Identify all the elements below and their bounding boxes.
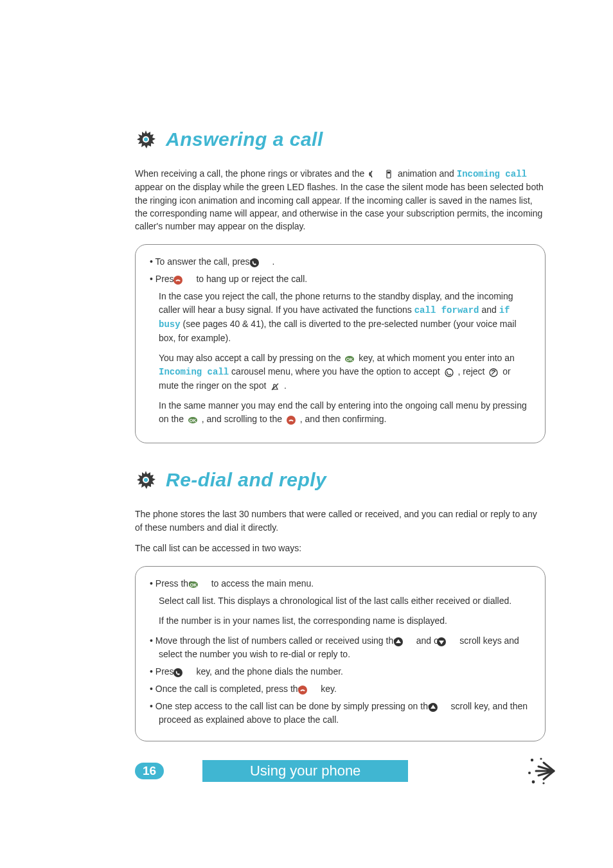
instruction-box-1: To answer the call, press . Press to han…: [135, 244, 546, 443]
svg-point-24: [531, 759, 533, 761]
intro-paragraph-1: When receiving a call, the phone rings o…: [135, 167, 546, 233]
text: key, and the phone dials the number.: [196, 666, 343, 677]
code-incoming-call-2: Incoming call: [159, 367, 229, 377]
text: .: [284, 380, 287, 391]
code-call-forward: call forward: [414, 305, 479, 315]
text: key.: [321, 684, 337, 694]
svg-text:OK: OK: [346, 357, 353, 362]
bullet-item: To answer the call, press .: [150, 255, 531, 269]
end-key-icon: [286, 415, 296, 425]
paragraph: Select call list. This displays a chrono…: [150, 594, 531, 608]
reject-icon: [488, 368, 499, 378]
bullet-item: Press the OK to access the main menu.: [150, 577, 531, 590]
text: , and then confirming.: [300, 414, 387, 424]
heading-redial-reply: Re-dial and reply: [166, 469, 326, 491]
paragraph: You may also accept a call by pressing o…: [150, 351, 531, 393]
code-incoming-call: Incoming call: [457, 169, 527, 179]
text: appear on the display while the green LE…: [135, 182, 544, 231]
page-number-badge: 16: [135, 763, 164, 779]
ringing-icon: [368, 169, 378, 179]
paragraph: If the number is in your names list, the…: [150, 614, 531, 628]
svg-point-26: [528, 772, 531, 774]
svg-point-27: [532, 781, 535, 784]
intro-paragraph-2a: The phone stores the last 30 numbers tha…: [135, 508, 546, 534]
text: animation and: [398, 168, 457, 179]
svg-text:OK: OK: [190, 583, 197, 587]
instruction-box-2: Press the OK to access the main menu. Se…: [135, 566, 546, 741]
accept-icon: [444, 368, 454, 378]
call-key-icon: [258, 258, 269, 268]
section-heading: Re-dial and reply: [135, 469, 546, 491]
text: key, at which moment you enter into an: [359, 353, 515, 363]
svg-point-4: [250, 258, 259, 267]
text: You may also accept a call by pressing o…: [159, 353, 343, 363]
text: and: [481, 305, 499, 315]
paragraph: In the same manner you may end the call …: [150, 399, 531, 426]
svg-point-28: [542, 782, 544, 784]
scroll-up-icon: [437, 702, 447, 713]
text: Move through the list of numbers called …: [155, 635, 401, 646]
text: Once the call is completed, press the: [155, 684, 305, 694]
scroll-down-icon: [445, 637, 456, 647]
end-key-icon: [306, 685, 317, 695]
ok-key-icon: OK: [197, 580, 208, 590]
svg-point-25: [540, 757, 542, 759]
paragraph: In the case you reject the call, the pho…: [150, 290, 531, 345]
gear-icon: [135, 469, 157, 491]
text: , and scrolling to the: [202, 414, 285, 424]
heading-answering-call: Answering a call: [166, 128, 323, 150]
bullet-item: Once the call is completed, press the ke…: [150, 682, 531, 696]
text: .: [272, 256, 274, 267]
svg-text:OK: OK: [190, 418, 197, 423]
text: When receiving a call, the phone rings o…: [135, 168, 367, 179]
ok-key-icon: OK: [188, 415, 198, 425]
text: to access the main menu.: [211, 578, 314, 589]
bullet-item: Press to hang up or reject the call.: [150, 272, 531, 286]
text: One step access to the call list can be …: [155, 701, 436, 711]
bullet-item: One step access to the call list can be …: [150, 700, 531, 727]
svg-point-21: [173, 668, 182, 677]
text: carousel menu, where you have the option…: [231, 366, 442, 376]
footer-section-title: Using your phone: [202, 760, 408, 782]
call-key-icon: [182, 668, 192, 678]
svg-point-16: [144, 478, 148, 482]
page-footer: 16 Using your phone: [0, 760, 613, 782]
end-key-icon: [182, 275, 192, 285]
text: (see pages 40 & 41), the call is diverte…: [159, 319, 517, 343]
intro-paragraph-2b: The call list can be accessed in two way…: [135, 542, 546, 554]
gear-icon: [135, 128, 157, 150]
bullet-item: Press key, and the phone dials the numbe…: [150, 665, 531, 678]
svg-point-8: [445, 369, 453, 376]
ok-key-icon: OK: [344, 354, 355, 364]
svg-rect-3: [387, 172, 390, 173]
text: To answer the call, press: [155, 256, 257, 267]
star-decoration-icon: [524, 755, 556, 787]
phone-icon: [384, 169, 394, 179]
mute-icon: [270, 382, 280, 392]
scroll-up-icon: [402, 637, 413, 647]
bullet-item: Move through the list of numbers called …: [150, 634, 531, 661]
svg-rect-2: [387, 170, 391, 178]
text: to hang up or reject the call.: [196, 274, 307, 284]
section-heading: Answering a call: [135, 128, 546, 150]
svg-point-1: [144, 137, 148, 141]
text: , reject: [458, 366, 487, 376]
